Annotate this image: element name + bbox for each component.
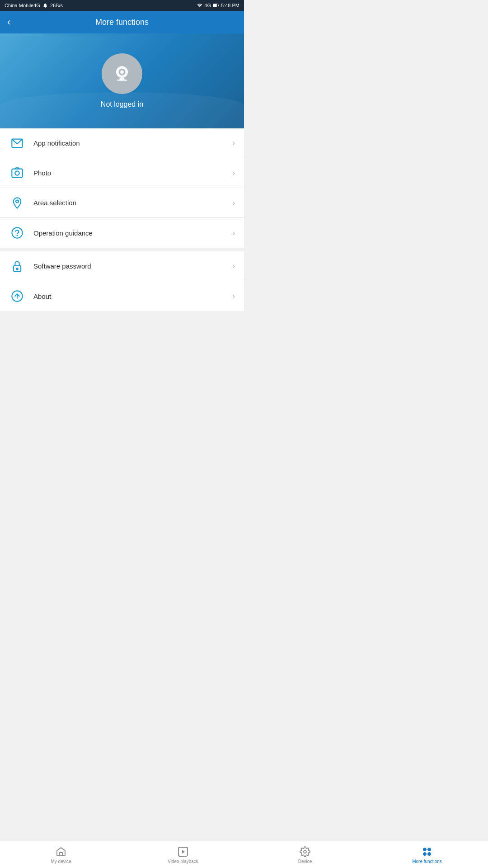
question-icon [9, 225, 25, 241]
svg-rect-7 [117, 80, 127, 81]
battery-icon [213, 3, 219, 8]
svg-point-11 [16, 200, 19, 203]
svg-rect-9 [12, 169, 22, 177]
photo-icon [9, 165, 25, 181]
page-title: More functions [7, 18, 237, 27]
chevron-icon: › [233, 292, 235, 300]
speed-label: 26B/s [50, 3, 63, 8]
network-label: 4G [204, 3, 211, 8]
camera-avatar [102, 53, 142, 94]
webcam-icon [109, 61, 135, 86]
header: ‹ More functions [0, 11, 244, 33]
menu-item-photo[interactable]: Photo › [0, 158, 244, 188]
login-status: Not logged in [101, 100, 143, 108]
status-bar: China Mobile4G 26B/s 4G 5:48 PM [0, 0, 244, 11]
menu-section-2: Software password › About › [0, 251, 244, 311]
menu-section-1: App notification › Photo › Area selectio… [0, 128, 244, 248]
time-label: 5:48 PM [221, 3, 239, 8]
area-selection-label: Area selection [33, 199, 233, 207]
upload-circle-icon [9, 288, 25, 304]
status-left: China Mobile4G 26B/s [5, 3, 63, 8]
software-password-label: Software password [33, 262, 233, 270]
chevron-icon: › [233, 262, 235, 270]
chevron-icon: › [233, 139, 235, 147]
hero-section: Not logged in [0, 33, 244, 128]
svg-point-13 [17, 235, 17, 236]
app-notification-label: App notification [33, 139, 233, 147]
menu-item-operation-guidance[interactable]: Operation guidance › [0, 218, 244, 248]
menu-item-about[interactable]: About › [0, 281, 244, 311]
status-right: 4G 5:48 PM [197, 3, 239, 8]
menu-item-software-password[interactable]: Software password › [0, 251, 244, 281]
photo-label: Photo [33, 169, 233, 177]
envelope-icon [9, 135, 25, 151]
carrier-label: China Mobile4G [5, 3, 40, 8]
svg-point-12 [12, 227, 22, 238]
svg-point-10 [15, 171, 19, 175]
menu-item-area-selection[interactable]: Area selection › [0, 188, 244, 218]
lock-icon [9, 258, 25, 274]
back-button[interactable]: ‹ [7, 16, 10, 28]
svg-rect-2 [213, 4, 217, 7]
chevron-icon: › [233, 169, 235, 177]
wifi-icon [197, 3, 202, 8]
location-icon [9, 195, 25, 211]
operation-guidance-label: Operation guidance [33, 229, 233, 237]
chevron-icon: › [233, 199, 235, 207]
menu-item-app-notification[interactable]: App notification › [0, 128, 244, 158]
notification-icon [42, 3, 48, 8]
svg-rect-1 [218, 5, 219, 6]
about-label: About [33, 292, 233, 300]
chevron-icon: › [233, 229, 235, 237]
svg-point-5 [120, 71, 123, 74]
